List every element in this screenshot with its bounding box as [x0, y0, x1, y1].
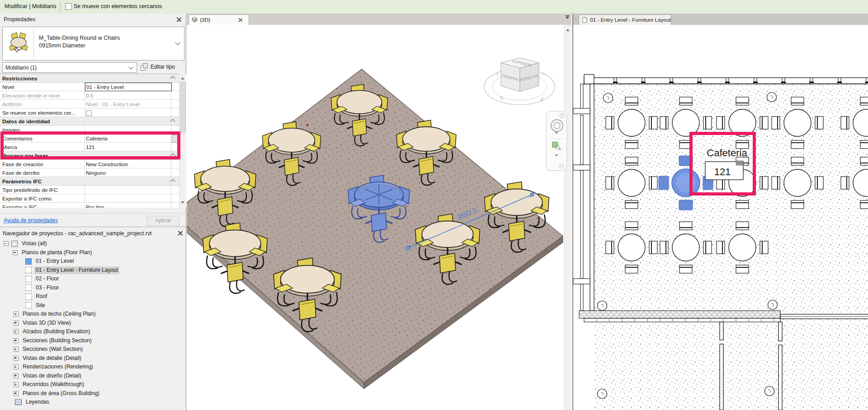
tree-label: 03 - Floor: [34, 284, 60, 292]
dimension-grip[interactable]: [530, 193, 534, 196]
compass-north[interactable]: N: [542, 72, 545, 76]
tree-item-ceiling-plans[interactable]: Planos de techo (Ceiling Plan): [0, 310, 186, 319]
prop-value: Nivel : 01 - Entry Level: [86, 101, 170, 107]
collapse-icon[interactable]: [170, 119, 175, 124]
close-icon[interactable]: [178, 231, 183, 236]
tree-label: Roof: [34, 293, 48, 300]
curtain-wall-top[interactable]: [584, 75, 868, 84]
collapse-icon[interactable]: [170, 179, 175, 184]
expand-icon[interactable]: [14, 356, 19, 361]
floor-plan-icon: [25, 302, 32, 308]
compass-west[interactable]: O: [496, 72, 499, 76]
expand-icon[interactable]: [14, 347, 19, 352]
prop-group-row[interactable]: Datos de identidad: [0, 117, 179, 126]
prop-label: Exportar a IFC: [2, 204, 84, 208]
category-filter-value: Mobiliario (1): [5, 65, 37, 71]
plan-canvas[interactable]: Cafeteria 121: [573, 25, 868, 410]
steering-wheel-icon[interactable]: [551, 119, 563, 132]
expand-icon[interactable]: [14, 321, 19, 326]
expand-icon[interactable]: [14, 329, 19, 334]
expand-icon[interactable]: [14, 391, 19, 396]
close-icon[interactable]: [176, 17, 181, 22]
chevron-down-icon[interactable]: [555, 154, 558, 158]
tree-item-detail-views[interactable]: Vistas de detalle (Detail): [0, 354, 186, 363]
collapse-icon[interactable]: [170, 76, 175, 81]
tree-item-views-root[interactable]: Vistas (all): [0, 239, 186, 248]
tab-furniture-layout[interactable]: 01 - Entry Level - Furniture Layout: [579, 14, 671, 25]
tab-3d-view[interactable]: {3D}: [189, 14, 249, 25]
close-navbar-icon[interactable]: ×: [560, 113, 565, 118]
prop-group-label: Datos de identidad: [2, 118, 84, 125]
prop-value[interactable]: New Construction: [86, 161, 170, 168]
tree-item-renderings[interactable]: Renderizaciones (Rendering): [0, 363, 186, 372]
move-with-nearby-checkbox[interactable]: [65, 3, 72, 10]
compass-south[interactable]: S: [499, 95, 504, 101]
prop-row: Exportar a IFC como: [0, 194, 179, 203]
expand-icon[interactable]: [14, 338, 19, 343]
view-3d-icon: [192, 17, 198, 23]
tree-item-site[interactable]: Site: [0, 301, 186, 310]
tree-item-building-sections[interactable]: Secciones (Building Section): [0, 336, 186, 345]
type-selector-text: M_Table-Dining Round w Chairs 0915mm Dia…: [39, 34, 120, 50]
viewcube[interactable]: S E N O SUPERIOR FRONTAL DERECHA: [484, 58, 555, 105]
scroll-up-icon[interactable]: [566, 27, 570, 31]
tree-label: Planos de área (Gross Building): [21, 390, 101, 397]
expand-icon[interactable]: [14, 382, 19, 387]
edit-type-button[interactable]: Editar tipo: [139, 61, 184, 72]
prop-label: Tipo predefinido de IFC: [2, 187, 84, 193]
tree-item-design-views[interactable]: Vistas de diseño (Detail): [0, 372, 186, 381]
prop-label: Se mueve con elementos cer...: [2, 110, 84, 116]
floor-plan-icon: [25, 267, 32, 273]
dimension-grip[interactable]: [406, 246, 410, 250]
tree-item-legends[interactable]: Leyendas: [0, 398, 186, 407]
floor-plan-icon: [25, 294, 32, 300]
tree-item-walkthroughs[interactable]: Recorridos (Walkthrough): [0, 380, 186, 389]
expand-icon[interactable]: [14, 373, 19, 378]
tree-label: Leyendas: [24, 398, 51, 406]
prop-group-row[interactable]: Parámetros IFC: [0, 177, 179, 186]
expand-icon[interactable]: [14, 312, 19, 317]
apply-button[interactable]: Aplicar: [147, 216, 179, 226]
tree-item-elevations[interactable]: Alzados (Building Elevation): [0, 327, 186, 336]
prop-value-level[interactable]: 01 - Entry Level: [85, 83, 171, 91]
tree-item-entry-level[interactable]: 01 - Entry Level: [0, 257, 186, 266]
tree-item-floor-plans[interactable]: Planos de planta (Floor Plan): [0, 248, 186, 257]
category-filter-combo[interactable]: Mobiliario (1): [2, 62, 137, 73]
scroll-up-icon[interactable]: [181, 75, 184, 79]
tree-label: 02 - Floor: [34, 275, 60, 283]
collapse-expander-icon[interactable]: [4, 241, 9, 246]
prop-value[interactable]: Ninguno: [86, 170, 170, 176]
scrollbar-thumb[interactable]: [180, 82, 186, 132]
tree-item-02-floor[interactable]: 02 - Floor: [0, 275, 186, 284]
tree-item-roof[interactable]: Roof: [0, 292, 186, 301]
prop-group-row[interactable]: Restricciones: [0, 74, 179, 83]
scroll-down-icon[interactable]: [181, 201, 184, 205]
tree-item-3d-views[interactable]: Vistas 3D (3D View): [0, 319, 186, 328]
chevron-down-icon[interactable]: [175, 40, 180, 45]
annotation-highlight-plan: [689, 132, 756, 196]
properties-title: Propiedades: [4, 16, 35, 23]
collapse-expander-icon[interactable]: [13, 250, 18, 255]
tree-item-area-plans[interactable]: Planos de área (Gross Building): [0, 389, 186, 398]
minimize-navbar-icon[interactable]: [559, 163, 564, 168]
prop-value[interactable]: Por tipo: [86, 204, 170, 208]
close-tab-icon[interactable]: [238, 18, 242, 22]
chevron-down-icon[interactable]: [555, 132, 558, 136]
properties-help-link[interactable]: Ayuda de propiedades: [4, 217, 58, 224]
tree-label: Secciones (Building Section): [21, 337, 93, 345]
tree-item-03-floor[interactable]: 03 - Floor: [0, 284, 186, 293]
compass-east[interactable]: E: [540, 96, 544, 102]
wall-left[interactable]: [573, 84, 594, 311]
tab-label: 01 - Entry Level - Furniture Layout: [590, 17, 671, 23]
tree-item-furniture-layout[interactable]: 01 - Entry Level - Furniture Layout: [0, 266, 186, 275]
view-3d-canvas[interactable]: 3592.5 S E N O SUPERIOR FRONTAL DEREC: [187, 25, 571, 410]
zoom-tool-icon[interactable]: [552, 142, 561, 151]
view-3d-scrollbar[interactable]: [564, 25, 571, 410]
tree-item-wall-sections[interactable]: Secciones (Wall Section): [0, 345, 186, 354]
prop-checkbox[interactable]: [86, 110, 92, 116]
tree-label: Planos de planta (Floor Plan): [20, 249, 93, 256]
tree-label: Planos de techo (Ceiling Plan): [21, 310, 97, 318]
tab-menu-icon[interactable]: [566, 17, 569, 21]
type-selector[interactable]: M_Table-Dining Round w Chairs 0915mm Dia…: [2, 27, 184, 61]
expand-icon[interactable]: [14, 364, 19, 369]
